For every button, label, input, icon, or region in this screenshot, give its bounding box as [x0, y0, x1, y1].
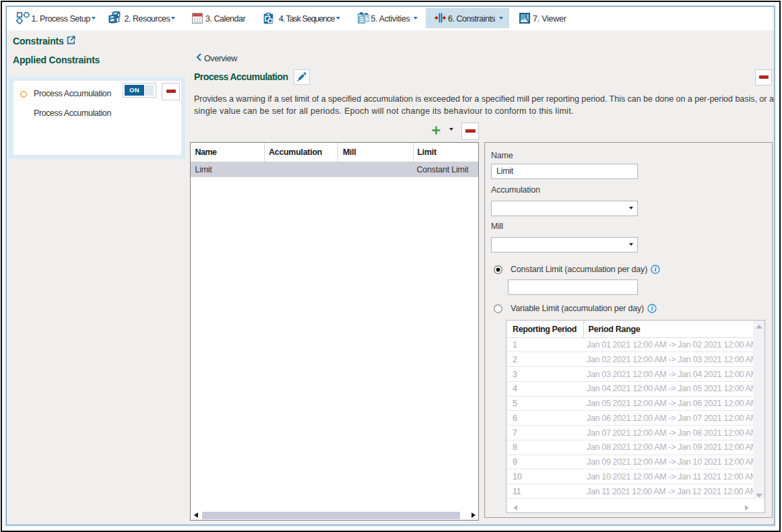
svg-text:i: i — [651, 305, 653, 312]
svg-text:i: i — [655, 266, 657, 273]
